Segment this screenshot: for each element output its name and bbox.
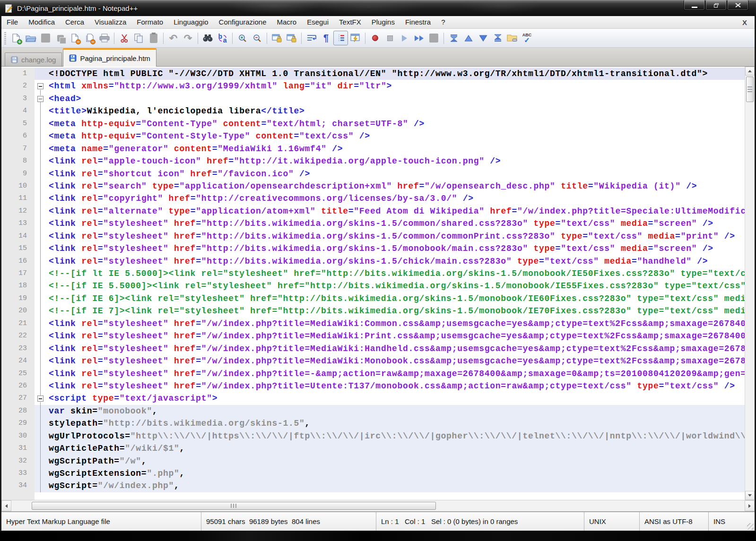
- code-line-13[interactable]: 13<link rel="stylesheet" href="http://bi…: [1, 217, 745, 230]
- vertical-scrollbar[interactable]: [745, 67, 755, 500]
- vertical-scroll-thumb[interactable]: [746, 77, 754, 102]
- minimize-button[interactable]: [684, 0, 705, 10]
- code-line-19[interactable]: 19<!--[if IE 6]><link rel="stylesheet" h…: [1, 292, 745, 305]
- menu-item-macro[interactable]: Macro: [271, 16, 302, 28]
- word-wrap-icon[interactable]: [304, 31, 319, 45]
- print-icon[interactable]: [97, 31, 112, 45]
- menu-item-file[interactable]: File: [1, 16, 23, 28]
- code-text[interactable]: <link rel="stylesheet" href="http://bits…: [47, 217, 745, 230]
- code-text[interactable]: <link rel="stylesheet" href="http://bits…: [47, 255, 745, 267]
- code-text[interactable]: <!--[if lt IE 5.5000]><link rel="stylesh…: [47, 267, 745, 280]
- redo-icon[interactable]: ↷: [181, 31, 195, 45]
- menubar-close-doc-icon[interactable]: X: [742, 18, 755, 26]
- code-line-27[interactable]: 27<script type="text/javascript">: [1, 392, 745, 404]
- fold-margin[interactable]: [35, 405, 47, 417]
- fold-margin[interactable]: [35, 343, 47, 355]
- code-line-31[interactable]: 31wgArticlePath="/wiki/$1",: [1, 442, 745, 455]
- code-line-25[interactable]: 25<link rel="stylesheet" href="/w/index.…: [1, 368, 745, 380]
- code-text[interactable]: wgScriptPath="/w",: [47, 455, 745, 467]
- find-icon[interactable]: [200, 31, 215, 45]
- fold-margin[interactable]: [35, 330, 47, 342]
- code-text[interactable]: <html xmlns="http://www.w3.org/1999/xhtm…: [47, 80, 745, 92]
- replace-icon[interactable]: b a: [215, 31, 230, 45]
- fold-margin[interactable]: [35, 430, 47, 442]
- title-bar[interactable]: D:\Pagina_principale.htm - Notepad++: [0, 0, 756, 16]
- menu-item-textfx[interactable]: TextFX: [334, 16, 366, 28]
- code-text[interactable]: <link rel="stylesheet" href="/w/index.ph…: [47, 330, 745, 342]
- fold-margin[interactable]: [35, 355, 47, 367]
- fold-margin[interactable]: [35, 442, 47, 455]
- fold-margin[interactable]: [35, 68, 47, 80]
- fold-margin[interactable]: [35, 242, 47, 255]
- undo-icon[interactable]: ↶: [166, 31, 181, 45]
- code-line-1[interactable]: 1<!DOCTYPE html PUBLIC "-//W3C//DTD XHTM…: [1, 68, 745, 80]
- show-indent-guide-icon[interactable]: [333, 31, 348, 45]
- code-text[interactable]: <link rel="stylesheet" href="/w/index.ph…: [47, 355, 745, 367]
- code-text[interactable]: <link rel="stylesheet" href="http://bits…: [47, 230, 745, 242]
- menu-item-configurazione[interactable]: Configurazione: [214, 16, 272, 28]
- fold-margin[interactable]: [35, 318, 47, 330]
- code-text[interactable]: <!--[if IE 6]><link rel="stylesheet" hre…: [47, 292, 745, 305]
- code-text[interactable]: <title>Wikipedia, l'enciclopedia libera<…: [47, 105, 745, 117]
- cut-icon[interactable]: [117, 31, 131, 45]
- load-session-icon[interactable]: [505, 31, 520, 45]
- goto-next-mark-icon[interactable]: [490, 31, 505, 45]
- code-text[interactable]: <link rel="stylesheet" href="http://bits…: [47, 242, 745, 255]
- code-text[interactable]: <!DOCTYPE html PUBLIC "-//W3C//DTD XHTML…: [47, 68, 745, 80]
- fold-margin[interactable]: [35, 130, 47, 142]
- toolbar-grip[interactable]: [4, 32, 6, 44]
- code-line-7[interactable]: 7<meta name="generator" content="MediaWi…: [1, 143, 745, 155]
- code-text[interactable]: <head>: [47, 93, 745, 105]
- code-line-2[interactable]: 2<html xmlns="http://www.w3.org/1999/xht…: [1, 80, 745, 92]
- horizontal-scrollbar[interactable]: [1, 500, 755, 511]
- fold-margin[interactable]: [35, 255, 47, 267]
- macro-record-icon[interactable]: [368, 31, 382, 45]
- code-text[interactable]: wgUrlProtocols="http\\:\\/\\/|https\\:\\…: [47, 430, 745, 442]
- code-line-6[interactable]: 6<meta http-equiv="Content-Style-Type" c…: [1, 130, 745, 142]
- fold-margin[interactable]: [35, 455, 47, 467]
- code-text[interactable]: <meta name="generator" content="MediaWik…: [47, 143, 745, 155]
- save-all-icon[interactable]: [53, 31, 68, 45]
- fold-margin[interactable]: [35, 230, 47, 242]
- next-triangle-icon[interactable]: [476, 31, 490, 45]
- show-all-characters-icon[interactable]: ¶: [319, 31, 333, 45]
- horizontal-scroll-thumb[interactable]: [32, 502, 436, 510]
- code-line-10[interactable]: 10<link rel="search" type="application/o…: [1, 180, 745, 192]
- fold-margin[interactable]: [35, 105, 47, 117]
- fold-margin[interactable]: [35, 192, 47, 205]
- code-text[interactable]: <link rel="stylesheet" href="/w/index.ph…: [47, 318, 745, 330]
- menu-item-modifica[interactable]: Modifica: [23, 16, 60, 28]
- code-line-16[interactable]: 16<link rel="stylesheet" href="http://bi…: [1, 255, 745, 267]
- fold-margin[interactable]: [35, 305, 47, 317]
- code-text[interactable]: <link rel="search" type="application/ope…: [47, 180, 745, 192]
- scroll-up-button[interactable]: [745, 67, 755, 76]
- code-text[interactable]: var skin="monobook",: [47, 405, 745, 417]
- goto-prev-mark-icon[interactable]: [446, 31, 461, 45]
- code-line-34[interactable]: 34wgScript="/w/index.php",: [1, 480, 745, 492]
- code-text[interactable]: wgScriptExtension=".php",: [47, 467, 745, 480]
- code-line-33[interactable]: 33wgScriptExtension=".php",: [1, 467, 745, 480]
- macro-run-multiple-icon[interactable]: [412, 31, 426, 45]
- fold-margin[interactable]: [35, 80, 47, 92]
- code-text[interactable]: <link rel="stylesheet" href="/w/index.ph…: [47, 343, 745, 355]
- fold-margin[interactable]: [35, 467, 47, 480]
- save-icon[interactable]: [38, 31, 53, 45]
- fold-margin[interactable]: [35, 180, 47, 192]
- code-line-21[interactable]: 21<link rel="stylesheet" href="/w/index.…: [1, 318, 745, 330]
- tab-change-log[interactable]: change.log: [5, 52, 62, 66]
- code-text[interactable]: <link rel="apple-touch-icon" href="http:…: [47, 155, 745, 167]
- macro-play-icon[interactable]: [397, 31, 412, 45]
- code-text[interactable]: <link rel="copyright" href="http://creat…: [47, 192, 745, 205]
- fold-margin[interactable]: [35, 205, 47, 217]
- menu-item-esegui[interactable]: Esegui: [302, 16, 334, 28]
- code-line-5[interactable]: 5<meta http-equiv="Content-Type" content…: [1, 118, 745, 130]
- code-line-20[interactable]: 20<!--[if IE 7]><link rel="stylesheet" h…: [1, 305, 745, 317]
- fold-margin[interactable]: [35, 392, 47, 404]
- fold-margin[interactable]: [35, 292, 47, 305]
- paste-icon[interactable]: [146, 31, 161, 45]
- close-all-icon[interactable]: –: [82, 31, 97, 45]
- code-line-28[interactable]: 28var skin="monobook",: [1, 405, 745, 417]
- code-line-23[interactable]: 23<link rel="stylesheet" href="/w/index.…: [1, 343, 745, 355]
- fold-margin[interactable]: [35, 480, 47, 492]
- code-text[interactable]: wgScript="/w/index.php",: [47, 480, 745, 492]
